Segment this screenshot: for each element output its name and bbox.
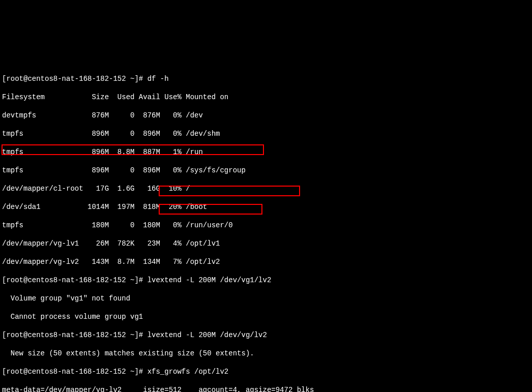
df-header-1: Filesystem Size Used Avail Use% Mounted …	[2, 93, 530, 102]
lvext-match: New size (50 extents) matches existing s…	[2, 349, 530, 358]
err-vg-notfound: Volume group "vg1" not found	[2, 294, 530, 303]
df-row: tmpfs 180M 0 180M 0% /run/user/0	[2, 221, 530, 230]
terminal-output[interactable]: [root@centos8-nat-168-182-152 ~]# df -h …	[0, 46, 532, 392]
df-row: devtmpfs 876M 0 876M 0% /dev	[2, 111, 530, 120]
prompt-lvext-bad: [root@centos8-nat-168-182-152 ~]# lvexte…	[2, 276, 530, 285]
df-row-lv2: /dev/mapper/vg-lv2 143M 8.7M 134M 7% /op…	[2, 257, 530, 266]
prompt-df1: [root@centos8-nat-168-182-152 ~]# df -h	[2, 74, 530, 83]
prompt-growfs: [root@centos8-nat-168-182-152 ~]# xfs_gr…	[2, 367, 530, 376]
df-row: tmpfs 896M 8.8M 887M 1% /run	[2, 147, 530, 157]
df-row: /dev/mapper/vg-lv1 26M 782K 23M 4% /opt/…	[2, 239, 530, 248]
df-row: tmpfs 896M 0 896M 0% /dev/shm	[2, 129, 530, 138]
prompt-lvext-ok: [root@centos8-nat-168-182-152 ~]# lvexte…	[2, 330, 530, 340]
df-row: /dev/mapper/cl-root 17G 1.6G 16G 10% /	[2, 184, 530, 193]
resize-line	[2, 56, 530, 65]
xfs-meta: meta-data=/dev/mapper/vg-lv2 isize=512 a…	[2, 385, 530, 392]
err-vg-cannot: Cannot process volume group vg1	[2, 312, 530, 321]
df-row: tmpfs 896M 0 896M 0% /sys/fs/cgroup	[2, 166, 530, 175]
df-row: /dev/sda1 1014M 197M 818M 20% /boot	[2, 202, 530, 212]
